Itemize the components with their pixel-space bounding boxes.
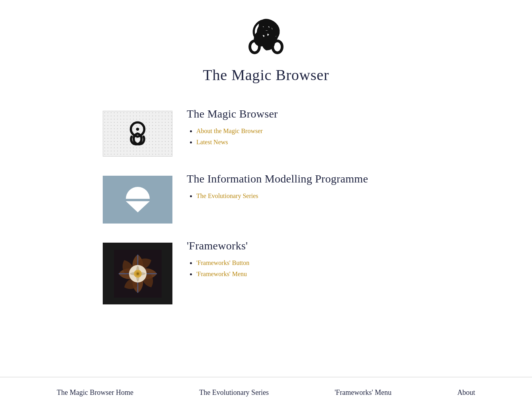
section-info-modelling: The Information Modelling Programme The …	[103, 173, 429, 224]
section-frameworks-heading: 'Frameworks'	[187, 239, 429, 252]
section-magic-browser-text: The Magic Browser About the Magic Browse…	[187, 108, 429, 150]
section-info-modelling-links: The Evolutionary Series	[187, 192, 429, 200]
frameworks-ornament-icon	[114, 250, 162, 298]
frameworks-menu-link[interactable]: 'Frameworks' Menu	[196, 271, 247, 277]
footer-link-about[interactable]: About	[457, 388, 475, 397]
section-info-modelling-text: The Information Modelling Programme The …	[187, 173, 429, 204]
list-item: 'Frameworks' Button	[196, 259, 429, 267]
section-frameworks: 'Frameworks' 'Frameworks' Button 'Framew…	[103, 239, 429, 304]
list-item: Latest News	[196, 139, 429, 146]
svg-point-3	[136, 128, 139, 131]
section-magic-browser-heading: The Magic Browser	[187, 108, 429, 120]
chevron-half-circle	[126, 187, 150, 199]
site-header: .kn{fill:none;stroke:#111;stroke-width:9…	[0, 0, 532, 100]
latest-news-link[interactable]: Latest News	[196, 139, 228, 145]
site-logo	[248, 16, 284, 52]
svg-point-8	[137, 273, 139, 275]
frameworks-button-link[interactable]: 'Frameworks' Button	[196, 259, 249, 266]
frameworks-image	[103, 243, 172, 304]
chevron-icon	[126, 187, 150, 212]
section-frameworks-links: 'Frameworks' Button 'Frameworks' Menu	[187, 259, 429, 278]
footer-link-home[interactable]: The Magic Browser Home	[57, 388, 133, 397]
section-magic-browser-links: About the Magic Browser Latest News	[187, 128, 429, 146]
footer-link-frameworks-menu[interactable]: 'Frameworks' Menu	[334, 388, 391, 397]
about-magic-browser-link[interactable]: About the Magic Browser	[196, 128, 263, 134]
list-item: The Evolutionary Series	[196, 192, 429, 200]
main-content: The Magic Browser About the Magic Browse…	[87, 100, 445, 344]
list-item: 'Frameworks' Menu	[196, 271, 429, 278]
evolutionary-series-link[interactable]: The Evolutionary Series	[196, 192, 258, 199]
section-magic-browser: The Magic Browser About the Magic Browse…	[103, 108, 429, 157]
chevron-down	[126, 201, 150, 212]
footer-link-evolutionary[interactable]: The Evolutionary Series	[199, 388, 269, 397]
list-item: About the Magic Browser	[196, 128, 429, 135]
magic-browser-image	[103, 111, 172, 157]
section-info-modelling-heading: The Information Modelling Programme	[187, 173, 429, 185]
section-frameworks-text: 'Frameworks' 'Frameworks' Button 'Framew…	[187, 239, 429, 282]
info-modelling-image	[103, 176, 172, 224]
site-footer: The Magic Browser Home The Evolutionary …	[0, 377, 532, 408]
site-title: The Magic Browser	[203, 66, 329, 84]
